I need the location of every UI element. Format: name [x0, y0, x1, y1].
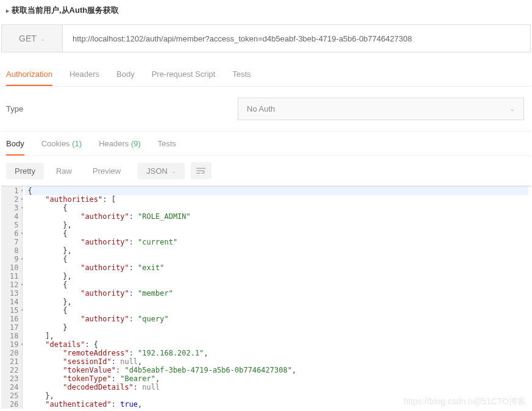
url-input[interactable] — [63, 25, 530, 52]
chevron-down-icon: ⌄ — [40, 35, 45, 42]
wrap-lines-button[interactable] — [191, 162, 211, 179]
auth-type-label: Type — [6, 104, 104, 113]
resp-tab-headers[interactable]: Headers (9) — [99, 139, 141, 155]
raw-button[interactable]: Raw — [48, 163, 80, 179]
line-gutter: 1234567891011121314151617181920212223242… — [1, 187, 23, 409]
resp-tab-tests[interactable]: Tests — [158, 139, 176, 155]
resp-tab-cookies[interactable]: Cookies (1) — [41, 139, 82, 155]
auth-type-value: No Auth — [247, 104, 275, 113]
tab-prerequest[interactable]: Pre-request Script — [152, 70, 216, 86]
resp-tab-body[interactable]: Body — [6, 139, 24, 155]
tab-authorization[interactable]: Authorization — [6, 70, 52, 86]
auth-type-row: Type No Auth ⌄ — [1, 87, 531, 132]
pretty-button[interactable]: Pretty — [6, 163, 44, 179]
format-select[interactable]: JSON ⌄ — [138, 163, 185, 179]
http-method-select[interactable]: GET ⌄ — [2, 25, 63, 52]
auth-type-select[interactable]: No Auth ⌄ — [238, 98, 524, 120]
http-method-label: GET — [19, 34, 37, 43]
chevron-down-icon: ⌄ — [509, 105, 515, 113]
tab-body[interactable]: Body — [116, 70, 135, 86]
preview-button[interactable]: Preview — [84, 163, 129, 179]
response-body[interactable]: 1234567891011121314151617181920212223242… — [1, 186, 531, 409]
collapse-icon[interactable]: ▸ — [6, 7, 9, 14]
wrap-icon — [196, 167, 206, 174]
request-url-row: GET ⌄ — [1, 24, 531, 52]
code-content[interactable]: { "authorities": [ { "authority": "ROLE_… — [23, 187, 531, 409]
request-title: 获取当前用户,从Auth服务获取 — [12, 5, 119, 16]
request-title-bar: ▸ 获取当前用户,从Auth服务获取 — [0, 0, 532, 21]
response-toolbar: Pretty Raw Preview JSON ⌄ — [1, 156, 531, 186]
tab-headers[interactable]: Headers — [69, 70, 99, 86]
format-label: JSON — [146, 166, 168, 176]
response-tabs: Body Cookies (1) Headers (9) Tests — [1, 132, 531, 156]
tab-tests[interactable]: Tests — [232, 70, 250, 86]
chevron-down-icon: ⌄ — [171, 168, 176, 174]
request-tabs: Authorization Headers Body Pre-request S… — [1, 61, 531, 87]
